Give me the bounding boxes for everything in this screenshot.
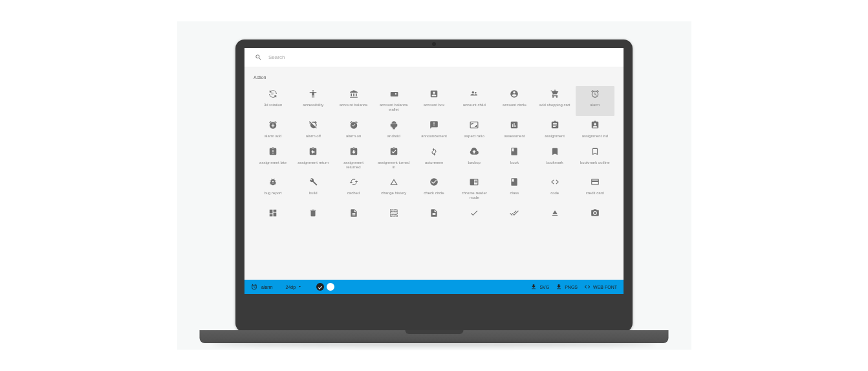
category-label: Action: [254, 75, 614, 80]
icon-cell-account-circle[interactable]: account circle: [495, 86, 534, 116]
assignment-return-icon: [308, 146, 318, 157]
icon-cell-announcement[interactable]: announcement: [415, 117, 453, 142]
icon-cell-credit-card[interactable]: credit card: [576, 174, 614, 204]
icon-cell-eject[interactable]: [536, 205, 574, 226]
icon-cell-dns[interactable]: [374, 205, 413, 226]
download-footer: alarm 24dp SVG PNGS WEB FONT: [244, 280, 624, 294]
alarm-icon: [590, 89, 600, 99]
search-icon: [255, 52, 262, 63]
backup-icon: [469, 146, 479, 157]
camera-dot: [432, 42, 436, 46]
icon-label: alarm add: [265, 134, 282, 139]
icon-label: class: [510, 191, 519, 196]
alarm-add-icon: [268, 120, 278, 130]
icon-cell-account-child[interactable]: account child: [455, 86, 494, 116]
icon-cell-chrome-reader-mode[interactable]: chrome reader mode: [455, 174, 494, 204]
icon-label: 3d rotation: [264, 103, 282, 107]
icon-cell-bookmark-outline[interactable]: bookmark outline: [576, 144, 614, 174]
icon-cell-book[interactable]: book: [495, 144, 534, 174]
credit-card-icon: [590, 177, 600, 187]
icon-cell-change-history[interactable]: change history: [374, 174, 413, 204]
icon-cell-assessment[interactable]: assessment: [495, 117, 534, 142]
icon-label: book: [510, 161, 519, 165]
icon-cell-assignment-return[interactable]: assignment return: [294, 144, 332, 174]
icon-cell-backup[interactable]: backup: [455, 144, 494, 174]
document-icon: [429, 208, 439, 218]
download-icon: [530, 284, 537, 291]
download-svg-button[interactable]: SVG: [530, 284, 549, 291]
assignment-late-icon: [268, 146, 278, 157]
icon-cell-description[interactable]: [334, 205, 373, 226]
color-swatch-dark[interactable]: [316, 283, 324, 291]
laptop-base: [200, 330, 669, 343]
icon-label: credit card: [586, 191, 604, 196]
camera-icon: [590, 208, 600, 218]
svg-text:3D: 3D: [271, 93, 274, 95]
icon-label: autorenew: [425, 161, 443, 165]
icon-label: bookmark: [546, 161, 563, 165]
icon-label: account balance: [340, 103, 368, 107]
icon-cell-document[interactable]: [415, 205, 453, 226]
icon-cell-alarm[interactable]: alarm: [576, 86, 614, 116]
class-icon: [509, 177, 519, 187]
download-webfont-button[interactable]: WEB FONT: [584, 284, 617, 291]
icon-cell-assignment-ind[interactable]: assignment ind: [576, 117, 614, 142]
account-circle-icon: [509, 89, 519, 99]
dns-icon: [389, 208, 399, 218]
done-all-icon: [509, 208, 519, 218]
icon-label: change history: [381, 191, 406, 196]
icon-cell-class[interactable]: class: [495, 174, 534, 204]
icon-cell-3d-rotation[interactable]: 3D3d rotation: [254, 86, 292, 116]
account-child-icon: [469, 89, 479, 99]
laptop-frame: Action 3D3d rotation accessibility accou…: [235, 39, 633, 332]
icon-label: bookmark outline: [580, 161, 610, 165]
icon-cell-accessibility[interactable]: accessibility: [294, 86, 332, 116]
icon-cell-delete[interactable]: [294, 205, 332, 226]
icon-cell-check-circle[interactable]: check circle: [415, 174, 453, 204]
icon-cell-bug-report[interactable]: bug report: [254, 174, 292, 204]
icon-label: add shopping cart: [539, 103, 570, 107]
icon-cell-assignment-turned-in[interactable]: assignment turned in: [374, 144, 413, 174]
icon-cell-autorenew[interactable]: autorenew: [415, 144, 453, 174]
icon-cell-account-box[interactable]: account box: [415, 86, 453, 116]
icon-cell-dashboard[interactable]: [254, 205, 292, 226]
build-icon: [308, 177, 318, 187]
done-icon: [469, 208, 479, 218]
icon-cell-build[interactable]: build: [294, 174, 332, 204]
icon-cell-camera[interactable]: [576, 205, 614, 226]
icon-cell-cached[interactable]: cached: [334, 174, 373, 204]
icon-cell-bookmark[interactable]: bookmark: [536, 144, 574, 174]
bug-report-icon: [268, 177, 278, 187]
alarm-on-icon: [349, 120, 359, 130]
icon-label: build: [309, 191, 318, 196]
size-dropdown[interactable]: 24dp: [286, 284, 303, 289]
icon-cell-alarm-off[interactable]: alarm off: [294, 117, 332, 142]
icon-cell-code[interactable]: code: [536, 174, 574, 204]
button-label: PNGS: [565, 285, 578, 289]
icon-cell-add-shopping-cart[interactable]: add shopping cart: [536, 86, 574, 116]
delete-icon: [308, 208, 318, 218]
icon-cell-done[interactable]: [455, 205, 494, 226]
icon-label: alarm: [590, 103, 600, 107]
icon-cell-assignment-returned[interactable]: assignment returned: [334, 144, 373, 174]
icon-cell-account-balance-wallet[interactable]: account balance wallet: [374, 86, 413, 116]
icon-cell-assignment[interactable]: assignment: [536, 117, 574, 142]
icon-cell-alarm-on[interactable]: alarm on: [334, 117, 373, 142]
icon-cell-aspect-ratio[interactable]: aspect ratio: [455, 117, 494, 142]
icon-cell-done-all[interactable]: [495, 205, 534, 226]
bookmark-icon: [550, 146, 560, 157]
download-png-button[interactable]: PNGS: [556, 284, 578, 291]
icon-cell-alarm-add[interactable]: alarm add: [254, 117, 292, 142]
search-input[interactable]: [268, 54, 613, 60]
icon-label: account box: [424, 103, 444, 107]
icon-cell-account-balance[interactable]: account balance: [334, 86, 373, 116]
icon-label: assignment returned: [338, 161, 370, 170]
chevron-down-icon: [298, 284, 302, 289]
aspect-ratio-icon: [469, 120, 479, 130]
icon-cell-assignment-late[interactable]: assignment late: [254, 144, 292, 174]
icon-label: android: [387, 134, 400, 139]
svg-point-3: [475, 92, 477, 94]
color-swatch-light[interactable]: [327, 283, 334, 291]
app-screen: Action 3D3d rotation accessibility accou…: [244, 48, 624, 294]
icon-cell-android[interactable]: android: [374, 117, 413, 142]
